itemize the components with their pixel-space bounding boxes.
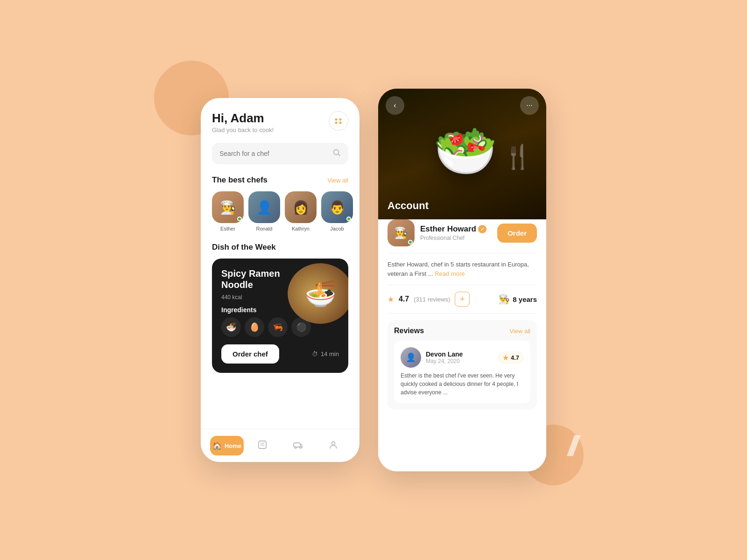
chef-name-jacob: Jacob (330, 226, 344, 231)
clock-icon: ⏱ (312, 350, 318, 357)
nav-home[interactable]: 🏠 Home (210, 436, 244, 455)
chef-profile-name: Esther Howard ✓ (420, 224, 492, 234)
chef-card-esther[interactable]: 👨‍🍳 Esther (212, 191, 244, 231)
fork-decoration: 🍴 (503, 143, 532, 170)
bottom-nav: 🏠 Home (201, 429, 359, 462)
svg-point-1 (339, 119, 342, 121)
kathryn-face: 👩 (285, 191, 317, 223)
chef-name-kathryn: Kathryn (292, 226, 310, 231)
chef-profile-title: Professional Chef (420, 235, 492, 241)
dish-of-week-section: Dish of the Week Spicy Ramen Noodle 440 … (212, 243, 348, 373)
reviewer-row: 👤 Devon Lane May 24, 2020 ★ 4.7 (401, 347, 524, 368)
bio-text: Esther Howard, chef in 5 starts restaura… (388, 260, 537, 278)
nav-profile[interactable] (317, 436, 350, 455)
orders-icon (257, 440, 268, 452)
profile-icon (328, 440, 338, 452)
svg-rect-6 (259, 441, 266, 448)
reviewer-avatar-face: 👤 (406, 352, 416, 363)
dish-bottom: Order chef ⏱ 14 min (221, 344, 339, 364)
svg-point-4 (334, 150, 339, 155)
reviews-section: Reviews View all 👤 Devon Lane May 24, 20… (388, 320, 537, 410)
order-chef-button[interactable]: Order chef (221, 344, 279, 364)
divider-2 (388, 285, 537, 285)
delivery-icon (293, 440, 303, 452)
verified-badge: ✓ (478, 225, 486, 233)
reviewer-avatar: 👤 (401, 347, 421, 368)
reviews-view-all[interactable]: View all (509, 328, 530, 335)
greeting-title: Hi, Adam (212, 111, 274, 126)
nav-delivery[interactable] (281, 436, 315, 455)
food-hero: 🥗 🍴 ‹ ··· Account (378, 89, 546, 219)
divider-3 (388, 313, 537, 314)
reviewer-info: Devon Lane May 24, 2020 (426, 350, 493, 364)
greeting: Hi, Adam Glad you back to cook! (212, 111, 274, 133)
dish-section-title: Dish of the Week (212, 243, 348, 252)
online-dot-esther (237, 217, 242, 221)
add-review-button[interactable]: + (455, 292, 470, 307)
search-icon (332, 148, 341, 159)
chef-avatar-ronald: 👤 (248, 191, 280, 223)
svg-point-3 (339, 122, 342, 124)
chef-card-kathryn[interactable]: 👩 Kathryn (285, 191, 317, 231)
back-button[interactable]: ‹ (386, 96, 404, 115)
greeting-subtitle: Glad you back to cook! (212, 126, 274, 133)
menu-button[interactable] (329, 111, 348, 131)
ingredient-noodle: 🍜 (221, 317, 241, 337)
svg-point-2 (335, 122, 338, 124)
experience-value: 8 years (513, 295, 537, 303)
chef-avatar-face: 👨‍🍳 (394, 226, 408, 239)
reviews-header: Reviews View all (394, 327, 530, 335)
back-icon: ‹ (394, 101, 396, 110)
chef-card-ronald[interactable]: 👤 Ronald (248, 191, 280, 231)
more-icon: ··· (526, 101, 532, 110)
more-button[interactable]: ··· (520, 96, 539, 115)
svg-point-11 (300, 447, 302, 448)
plus-icon: + (460, 294, 465, 304)
experience-text: 8 years (513, 295, 537, 303)
divider-1 (388, 253, 537, 253)
search-bar (212, 143, 348, 164)
chef-card-jacob[interactable]: 👨 Jacob (321, 191, 353, 231)
time-value: 14 min (321, 350, 339, 357)
chef-online-status (408, 240, 413, 245)
chef-profile-info: Esther Howard ✓ Professional Chef (420, 224, 492, 241)
nav-home-label: Home (225, 442, 241, 449)
dish-card: Spicy Ramen Noodle 440 kcal Ingredients … (212, 259, 348, 373)
profile-section: 👨‍🍳 Esther Howard ✓ Professional Chef Or… (378, 210, 546, 471)
chef-profile-row: 👨‍🍳 Esther Howard ✓ Professional Chef Or… (388, 219, 537, 246)
review-rating-badge: ★ 4.7 (498, 351, 524, 364)
svg-point-10 (295, 447, 296, 448)
online-dot-jacob (346, 217, 351, 221)
dish-title: Spicy Ramen Noodle (221, 268, 286, 290)
svg-rect-9 (294, 443, 300, 447)
chef-profile-avatar: 👨‍🍳 (388, 219, 415, 246)
order-button[interactable]: Order (497, 224, 537, 243)
svg-point-0 (335, 119, 338, 121)
reviews-title: Reviews (394, 327, 424, 335)
dish-food-image: 🍜 (288, 263, 348, 324)
read-more-link[interactable]: Read more (435, 270, 465, 277)
home-icon: 🏠 (212, 441, 222, 450)
chef-name-text: Esther Howard (420, 224, 476, 234)
best-chefs-title: The best chefs (212, 175, 268, 185)
rating-value: 4.7 (399, 295, 409, 303)
review-text: Esther is the best chef I've ever seen. … (401, 371, 524, 397)
best-chefs-header: The best chefs View all (212, 175, 348, 185)
review-date: May 24, 2020 (426, 358, 493, 364)
experience-badge: 👨‍🍳 8 years (498, 294, 537, 305)
review-star-icon: ★ (502, 353, 509, 362)
nav-orders[interactable] (246, 436, 279, 455)
hero-title: Account (388, 200, 429, 212)
chef-avatar-jacob: 👨 (321, 191, 353, 223)
left-phone: Hi, Adam Glad you back to cook! (201, 98, 359, 462)
chef-name-ronald: Ronald (256, 226, 273, 231)
search-input[interactable] (219, 150, 328, 157)
ramen-visual: 🍜 (288, 263, 348, 324)
best-chefs-view-all[interactable]: View all (327, 177, 348, 184)
chef-name-esther: Esther (220, 226, 235, 231)
stats-row: ★ 4.7 (311 reviews) + 👨‍🍳 8 years (388, 292, 537, 307)
star-icon: ★ (388, 295, 394, 304)
time-label: ⏱ 14 min (312, 350, 339, 357)
food-bowl-emoji: 🥗 (433, 121, 497, 181)
ingredient-egg: 🥚 (245, 317, 264, 337)
